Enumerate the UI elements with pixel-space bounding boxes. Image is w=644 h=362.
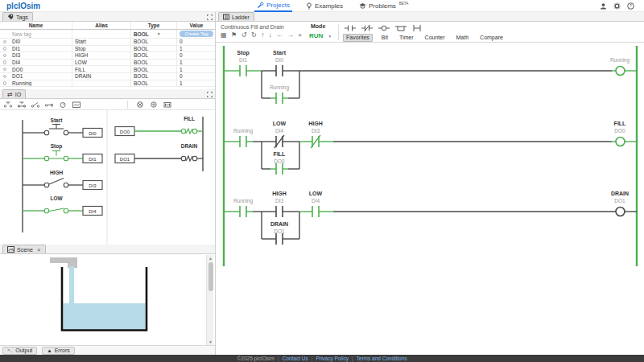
flag-icon[interactable]: ⚑ <box>231 31 237 39</box>
add-analog-input-icon[interactable] <box>72 101 81 109</box>
undo-icon[interactable]: ↺ <box>242 31 247 39</box>
tag-row[interactable]: DI3HIGHBOOL0 <box>0 52 216 60</box>
nav-problems-label: Problems <box>369 2 396 10</box>
svg-text:LOW: LOW <box>309 191 323 196</box>
tab-ladder[interactable]: Ladder <box>218 12 254 21</box>
category-bit[interactable]: Bit <box>379 35 390 41</box>
add-switch-open-icon[interactable] <box>31 101 40 109</box>
contact-running[interactable]: Running <box>233 128 254 147</box>
category-compare[interactable]: Compare <box>477 35 506 41</box>
move-right-icon[interactable]: → <box>287 31 294 39</box>
svg-text:Stop: Stop <box>237 50 250 56</box>
contact-running[interactable]: Running <box>233 198 254 217</box>
svg-text:DI1: DI1 <box>239 57 248 63</box>
add-selector-icon[interactable] <box>58 101 68 109</box>
redo-icon[interactable]: ↻ <box>251 31 257 39</box>
move-left-icon[interactable]: ← <box>276 31 283 39</box>
tools-icon <box>257 2 264 9</box>
io-device-drain[interactable]: DRAIN DO1 <box>115 143 203 163</box>
category-favorites[interactable]: Favorites <box>343 34 373 42</box>
contact-start[interactable]: Start DI0 <box>262 50 299 76</box>
coil-icon[interactable] <box>378 24 390 32</box>
contact-high-nc[interactable]: HIGH DI3 <box>299 121 333 148</box>
footer: ©2025 plcIOsim | Contact Us | Privacy Po… <box>0 355 644 362</box>
scene-scrollbar[interactable]: ▲ ▼ <box>206 255 213 345</box>
user-icon[interactable] <box>600 2 607 10</box>
expand-icon[interactable] <box>207 14 213 20</box>
branch-contact-drain[interactable]: DRAIN DO1 <box>262 221 299 245</box>
tag-dot-icon <box>3 75 7 79</box>
edit-icons: ▦ ⚑ ↺ ↻ ↑ ↓ ← → × <box>221 31 302 39</box>
move-up-icon[interactable]: ↑ <box>261 31 264 39</box>
terms-link[interactable]: Terms and Conditions <box>357 356 407 361</box>
coil-running[interactable]: Running <box>610 57 637 76</box>
gear-icon[interactable] <box>613 2 621 10</box>
io-device-fill[interactable]: FILL DO0 <box>115 116 203 136</box>
add-pushbutton-no-icon[interactable] <box>3 101 13 109</box>
coil-fill[interactable]: FILL DO0 <box>612 121 637 146</box>
branch-icon[interactable] <box>395 24 407 32</box>
svg-text:Running: Running <box>610 57 630 64</box>
contact-nc-icon[interactable] <box>361 24 373 32</box>
create-tag-button[interactable]: Create Tag <box>180 31 213 38</box>
add-switch-closed-icon[interactable] <box>44 101 54 109</box>
scrollbar-thumb[interactable] <box>208 262 213 291</box>
move-down-icon[interactable]: ↓ <box>269 31 272 39</box>
new-tag-alias-input[interactable] <box>72 30 131 38</box>
beta-badge: BETA <box>399 2 408 6</box>
add-motor-icon[interactable] <box>163 101 172 109</box>
branch-contact-running[interactable]: Running <box>262 84 299 104</box>
nav-problems[interactable]: Problems BETA <box>357 0 411 12</box>
help-icon[interactable]: ? <box>627 2 634 10</box>
category-timer[interactable]: Timer <box>397 35 416 41</box>
coil-drain[interactable]: DRAIN DO1 <box>611 191 637 216</box>
tag-row[interactable]: DI0StartBOOL0 <box>0 39 216 46</box>
scene-canvas <box>0 254 216 345</box>
close-icon[interactable]: ✕ <box>37 247 41 253</box>
add-pushbutton-nc-icon[interactable] <box>17 101 27 109</box>
tab-tags[interactable]: Tags <box>2 12 33 21</box>
contact-low-nc[interactable]: LOW DI4 <box>262 121 299 148</box>
category-counter[interactable]: Counter <box>423 35 448 41</box>
category-math[interactable]: Math <box>454 35 472 41</box>
tab-errors[interactable]: ▲ Errors <box>42 347 75 355</box>
contact-low[interactable]: LOW DI4 <box>299 191 333 217</box>
rung-icon[interactable] <box>412 24 422 32</box>
svg-text:DO0: DO0 <box>274 158 285 164</box>
program-title: Continuous Fill and Drain <box>221 24 284 30</box>
tab-output[interactable]: >_ Output <box>2 347 37 355</box>
nav-projects[interactable]: Projects <box>254 0 292 12</box>
tag-row[interactable]: DI4LOWBOOL1 <box>0 60 216 67</box>
mode-select[interactable]: RUN ▼ <box>309 32 332 39</box>
io-device-stop[interactable]: Stop DI1 <box>23 143 102 163</box>
tag-row[interactable]: DI1StopBOOL1 <box>0 46 216 53</box>
tab-io[interactable]: ⇄ IO <box>2 89 26 98</box>
select-grid-icon[interactable]: ▦ <box>221 31 227 39</box>
tag-row[interactable]: DO0FILLBOOL1 <box>0 66 216 73</box>
svg-text:DI3: DI3 <box>275 198 284 204</box>
contact-high[interactable]: HIGH DI3 <box>262 191 299 217</box>
svg-text:DRAIN: DRAIN <box>611 191 629 196</box>
scroll-down-icon[interactable]: ▼ <box>207 339 214 345</box>
io-device-start[interactable]: Start DI0 <box>23 117 102 138</box>
tag-row[interactable]: RunningBOOL1 <box>0 80 216 88</box>
branch-contact-fill[interactable]: FILL DO0 <box>262 151 299 175</box>
svg-text:DI3: DI3 <box>89 183 97 188</box>
contact-stop[interactable]: Stop DI1 <box>237 50 250 76</box>
scroll-up-icon[interactable]: ▲ <box>207 255 214 261</box>
delete-icon[interactable]: × <box>298 31 302 39</box>
tag-row[interactable]: DO1DRAINBOOL0 <box>0 73 216 80</box>
add-lamp-icon[interactable] <box>135 101 145 109</box>
contact-no-icon[interactable] <box>345 24 356 32</box>
expand-icon[interactable] <box>207 92 213 97</box>
new-tag-name-input[interactable]: New tag <box>10 30 72 38</box>
privacy-policy-link[interactable]: Privacy Policy <box>316 356 348 361</box>
contact-us-link[interactable]: Contact Us <box>283 356 308 361</box>
io-device-low[interactable]: LOW DI4 <box>23 195 102 216</box>
nav-examples[interactable]: Examples <box>303 0 345 12</box>
io-device-high[interactable]: HIGH DI3 <box>23 170 102 190</box>
new-tag-type-select[interactable]: BOOL▼ <box>131 30 177 38</box>
add-output-coil-icon[interactable] <box>149 101 159 109</box>
instruction-categories: Favorites Bit Timer Counter Math Compare <box>343 34 506 42</box>
tab-scene[interactable]: Scene ✕ <box>2 245 46 253</box>
